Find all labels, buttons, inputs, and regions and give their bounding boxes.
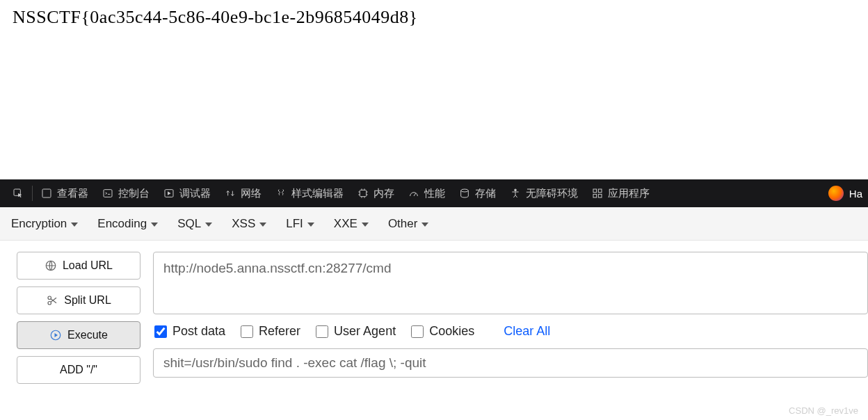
- checkbox-label: Post data: [172, 324, 225, 339]
- load-url-button[interactable]: Load URL: [17, 252, 140, 280]
- tab-debugger[interactable]: 调试器: [156, 179, 218, 207]
- cookies-checkbox[interactable]: Cookies: [411, 324, 474, 339]
- caret-down-icon: [151, 223, 158, 227]
- tab-performance[interactable]: 性能: [401, 179, 452, 207]
- button-label: Load URL: [63, 259, 113, 272]
- menu-label: XXE: [334, 217, 357, 231]
- menu-encryption[interactable]: Encryption: [11, 217, 78, 231]
- input-column: Post data Referer User Agent Cookies Cle…: [153, 252, 868, 384]
- checkbox-label: Referer: [259, 324, 300, 339]
- menu-xss[interactable]: XSS: [232, 217, 266, 231]
- tab-accessibility[interactable]: 无障碍环境: [503, 179, 585, 207]
- useragent-checkbox-input[interactable]: [316, 325, 328, 338]
- tab-console[interactable]: 控制台: [95, 179, 156, 207]
- globe-icon: [45, 259, 57, 272]
- watermark-text: CSDN @_rev1ve: [789, 405, 858, 416]
- storage-icon: [459, 188, 470, 199]
- caret-down-icon: [205, 223, 212, 227]
- svg-point-12: [48, 296, 51, 300]
- tab-label: 内存: [373, 187, 394, 200]
- cookies-checkbox-input[interactable]: [411, 325, 424, 338]
- svg-rect-9: [593, 194, 597, 197]
- tab-network[interactable]: 网络: [218, 179, 268, 207]
- svg-point-13: [48, 302, 51, 305]
- network-icon: [225, 188, 236, 199]
- caret-down-icon: [421, 223, 428, 227]
- referer-checkbox-input[interactable]: [241, 325, 253, 338]
- tab-label: 网络: [241, 187, 262, 200]
- tab-label: 调试器: [179, 187, 211, 200]
- debugger-icon: [163, 188, 175, 199]
- caret-down-icon: [362, 223, 369, 227]
- svg-rect-10: [598, 194, 602, 197]
- svg-rect-7: [593, 189, 597, 193]
- console-icon: [102, 188, 113, 199]
- action-buttons-column: Load URL Split URL Execute ADD "/": [17, 252, 140, 384]
- hackbar-menu: Encryption Encoding SQL XSS LFI XXE Othe…: [0, 207, 868, 241]
- pick-element-button[interactable]: [6, 179, 31, 207]
- svg-point-5: [461, 189, 469, 192]
- postdata-checkbox[interactable]: Post data: [154, 324, 225, 339]
- menu-lfi[interactable]: LFI: [286, 217, 314, 231]
- menu-label: LFI: [286, 217, 303, 231]
- hackbar-main: Load URL Split URL Execute ADD "/" Post …: [0, 241, 868, 395]
- options-row: Post data Referer User Agent Cookies Cle…: [153, 324, 868, 339]
- firefox-icon: [828, 186, 844, 201]
- performance-icon: [408, 188, 419, 199]
- pointer-icon: [13, 188, 24, 199]
- tab-label: 性能: [424, 187, 445, 200]
- button-label: ADD "/": [60, 364, 97, 376]
- devtools-tabbar: 查看器 控制台 调试器 网络 样式编辑器 内存 性能 存储 无障碍环境 应用程序…: [0, 179, 868, 207]
- caret-down-icon: [259, 223, 266, 227]
- style-icon: [275, 188, 287, 199]
- svg-rect-1: [42, 189, 51, 197]
- checkbox-label: Cookies: [429, 324, 474, 339]
- tab-applications[interactable]: 应用程序: [585, 179, 657, 207]
- button-label: Split URL: [64, 294, 111, 307]
- menu-label: Encryption: [11, 217, 67, 231]
- referer-checkbox[interactable]: Referer: [241, 324, 300, 339]
- svg-rect-8: [598, 189, 602, 193]
- checkbox-label: User Agent: [334, 324, 396, 339]
- menu-xxe[interactable]: XXE: [334, 217, 369, 231]
- tab-memory[interactable]: 内存: [351, 179, 401, 207]
- split-url-button[interactable]: Split URL: [17, 286, 140, 314]
- svg-rect-2: [104, 190, 112, 197]
- execute-button[interactable]: Execute: [17, 321, 140, 349]
- button-label: Execute: [67, 329, 108, 341]
- menu-other[interactable]: Other: [388, 217, 429, 231]
- tab-inspector[interactable]: 查看器: [34, 179, 95, 207]
- page-flag-text: NSSCTF{0ac35c44-5c86-40e9-bc1e-2b9685404…: [0, 0, 868, 35]
- tab-label: 应用程序: [608, 187, 650, 200]
- apps-icon: [592, 188, 603, 199]
- useragent-checkbox[interactable]: User Agent: [316, 324, 396, 339]
- separator: [32, 186, 33, 201]
- menu-label: SQL: [177, 217, 201, 231]
- caret-down-icon: [71, 223, 78, 227]
- scissors-icon: [46, 294, 58, 307]
- tab-label: 存储: [475, 187, 496, 200]
- clear-all-link[interactable]: Clear All: [504, 324, 550, 339]
- caret-down-icon: [307, 223, 314, 227]
- svg-point-6: [515, 189, 517, 191]
- accessibility-icon: [510, 188, 521, 199]
- menu-label: Encoding: [97, 217, 147, 231]
- memory-icon: [357, 188, 369, 199]
- menu-encoding[interactable]: Encoding: [97, 217, 158, 231]
- menu-label: XSS: [232, 217, 255, 231]
- tab-label: 样式编辑器: [291, 187, 344, 200]
- tab-label: 无障碍环境: [526, 187, 578, 200]
- url-input[interactable]: [153, 252, 868, 314]
- tab-storage[interactable]: 存储: [452, 179, 503, 207]
- tab-label: 控制台: [118, 187, 150, 200]
- play-icon: [49, 329, 62, 341]
- add-slash-button[interactable]: ADD "/": [17, 356, 140, 384]
- menu-label: Other: [388, 217, 418, 231]
- post-body-input[interactable]: [153, 348, 868, 378]
- tab-style-editor[interactable]: 样式编辑器: [268, 179, 351, 207]
- menu-sql[interactable]: SQL: [177, 217, 212, 231]
- postdata-checkbox-input[interactable]: [154, 325, 167, 338]
- tab-label: 查看器: [57, 187, 88, 200]
- hack-label: Ha: [849, 188, 862, 200]
- svg-rect-4: [360, 190, 366, 196]
